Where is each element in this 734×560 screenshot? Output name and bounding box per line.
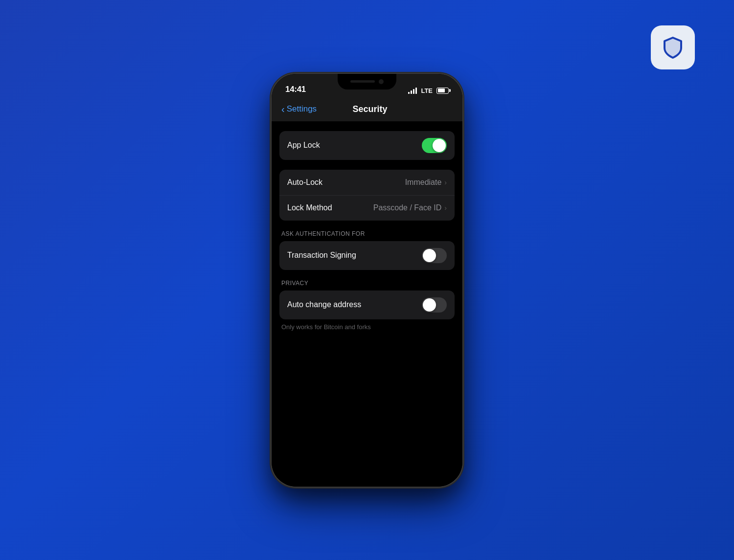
auto-lock-value: Immediate: [405, 178, 442, 187]
phone-screen: 14:41 LTE ‹ Settings: [272, 74, 462, 487]
status-icons: LTE: [408, 87, 449, 94]
notch-camera: [379, 79, 384, 84]
app-lock-group: App Lock: [279, 131, 455, 160]
content-area: App Lock Auto-Lock Immediate ›: [272, 121, 462, 487]
signal-bars: [408, 87, 417, 94]
signal-bar-1: [408, 92, 410, 94]
privacy-group-label: PRIVACY: [279, 280, 455, 287]
auto-change-address-toggle[interactable]: [422, 297, 447, 313]
auth-group: ASK AUTHENTICATION FOR Transaction Signi…: [279, 230, 455, 270]
shield-badge: [651, 25, 695, 69]
auto-lock-right: Immediate ›: [405, 178, 447, 187]
page-title: Security: [287, 104, 453, 114]
lock-method-chevron-icon: ›: [444, 204, 447, 212]
nav-bar: ‹ Settings Security: [272, 98, 462, 121]
app-lock-label: App Lock: [287, 141, 320, 150]
app-lock-toggle-thumb: [433, 139, 446, 152]
auto-lock-row[interactable]: Auto-Lock Immediate ›: [279, 170, 455, 195]
signal-bar-4: [415, 88, 417, 94]
transaction-signing-label: Transaction Signing: [287, 251, 356, 260]
app-lock-toggle[interactable]: [422, 138, 447, 153]
privacy-card: Auto change address: [279, 291, 455, 319]
app-lock-card: App Lock: [279, 131, 455, 160]
lock-method-row[interactable]: Lock Method Passcode / Face ID ›: [279, 195, 455, 221]
auto-change-address-row: Auto change address: [279, 291, 455, 319]
signal-bar-3: [413, 89, 414, 94]
battery-fill: [438, 89, 445, 92]
auto-lock-chevron-icon: ›: [444, 179, 447, 186]
auth-group-label: ASK AUTHENTICATION FOR: [279, 230, 455, 237]
lock-settings-group: Auto-Lock Immediate › Lock Method Passco…: [279, 170, 455, 221]
transaction-signing-row: Transaction Signing: [279, 241, 455, 270]
notch-speaker: [350, 80, 375, 83]
signal-bar-2: [411, 90, 412, 94]
status-time: 14:41: [285, 85, 306, 94]
app-lock-row: App Lock: [279, 131, 455, 160]
back-chevron-icon: ‹: [281, 104, 285, 114]
transaction-signing-toggle-thumb: [423, 249, 436, 262]
auto-change-address-toggle-thumb: [423, 298, 436, 312]
notch: [338, 74, 396, 90]
privacy-group: PRIVACY Auto change address Only works f…: [279, 280, 455, 331]
lock-method-value: Passcode / Face ID: [373, 203, 442, 212]
auth-card: Transaction Signing: [279, 241, 455, 270]
auto-change-address-label: Auto change address: [287, 300, 361, 309]
lock-settings-card: Auto-Lock Immediate › Lock Method Passco…: [279, 170, 455, 221]
shield-icon: [661, 35, 685, 60]
lte-label: LTE: [421, 87, 433, 94]
auto-lock-label: Auto-Lock: [287, 178, 322, 187]
lock-method-right: Passcode / Face ID ›: [373, 203, 447, 212]
battery-icon: [436, 88, 449, 94]
lock-method-label: Lock Method: [287, 203, 332, 212]
battery-body: [436, 88, 449, 94]
transaction-signing-toggle[interactable]: [422, 248, 447, 263]
privacy-footnote: Only works for Bitcoin and forks: [279, 319, 455, 331]
phone-frame: 14:41 LTE ‹ Settings: [272, 74, 462, 487]
